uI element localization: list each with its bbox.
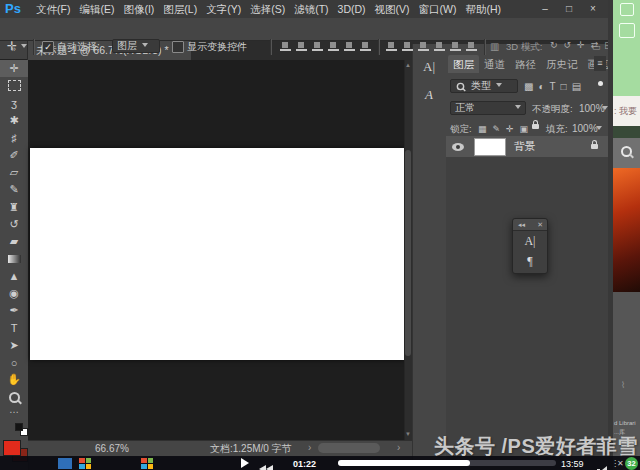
align-right-edges-icon[interactable]	[360, 41, 372, 51]
workspace-panel-icon[interactable]: ▭	[592, 41, 601, 53]
align-bottom-edges-icon[interactable]	[312, 41, 324, 51]
type-tool[interactable]: T	[0, 319, 28, 336]
blend-mode-dropdown[interactable]: 正常	[450, 101, 526, 115]
spot-healing-brush-tool[interactable]: ▱	[0, 164, 28, 181]
distribute-right-edges-icon[interactable]	[466, 41, 478, 51]
float-panel-header[interactable]: ◂◂ ✕	[513, 219, 547, 231]
vertical-scrollbar-thumb[interactable]	[405, 150, 411, 356]
filter-type-layers-icon[interactable]: T	[550, 80, 556, 94]
distribute-horizontal-centers-icon[interactable]	[450, 41, 462, 51]
filter-pixel-layers-icon[interactable]: ▩	[524, 80, 533, 94]
pen-tool[interactable]: ✒	[0, 302, 28, 319]
menu-item-type[interactable]: 文字(Y)	[202, 0, 245, 18]
float-collapse-icon[interactable]: ◂◂	[518, 219, 525, 230]
document-canvas[interactable]	[30, 148, 405, 360]
ellipse-tool[interactable]: ○	[0, 354, 28, 371]
edit-toolbar-icon[interactable]: …	[0, 404, 28, 415]
notification-badge[interactable]: 32	[625, 457, 638, 470]
panel-tab-1[interactable]: 通道	[479, 55, 510, 73]
background-layer-row[interactable]: 背景	[446, 136, 608, 157]
paragraph-panel-button[interactable]: ¶	[513, 251, 547, 271]
rectangular-marquee-tool[interactable]	[0, 77, 28, 94]
menu-item-image[interactable]: 图像(I)	[119, 0, 158, 18]
rewind-icon[interactable]	[259, 459, 273, 470]
menu-item-3d[interactable]: 3D(D)	[334, 0, 370, 18]
lasso-tool[interactable]: ʒ	[0, 95, 28, 112]
filter-adjustment-layers-icon[interactable]: ◐	[538, 80, 544, 94]
tool-preset-chevron-icon[interactable]	[21, 44, 27, 51]
layer-visibility-icon[interactable]	[452, 143, 464, 151]
history-brush-tool[interactable]: ↺	[0, 216, 28, 233]
panel-tab-0[interactable]: 图层	[448, 55, 479, 73]
eyedropper-tool[interactable]: ✐	[0, 146, 28, 163]
default-foreground-swatch[interactable]	[15, 423, 23, 431]
menu-item-layer[interactable]: 图层(L)	[159, 0, 201, 18]
close-button[interactable]: ×	[584, 2, 602, 15]
align-vertical-centers-icon[interactable]	[296, 41, 308, 51]
layers-list-empty-area[interactable]	[446, 157, 608, 465]
play-icon[interactable]	[241, 458, 249, 468]
filter-shape-layers-icon[interactable]: □	[561, 80, 567, 94]
brush-tool[interactable]: ✎	[0, 181, 28, 198]
panel-expand-icon[interactable]: ›	[397, 441, 400, 455]
windows-flag-icon[interactable]	[79, 458, 91, 469]
opacity-value[interactable]: 100%	[579, 102, 605, 116]
lock-image-pixels-icon[interactable]: ✎	[493, 122, 501, 136]
lock-position-icon[interactable]: ✛	[506, 122, 514, 136]
clone-stamp-tool[interactable]: ♜	[0, 198, 28, 215]
status-expand-icon[interactable]: ›	[308, 441, 311, 455]
menu-item-select[interactable]: 选择(S)	[246, 0, 289, 18]
auto-select-dropdown[interactable]: 图层	[112, 39, 160, 53]
layer-thumbnail[interactable]	[474, 138, 506, 156]
filter-smart-objects-icon[interactable]: ▤	[572, 80, 581, 94]
scroll-down-icon[interactable]: ▼	[404, 430, 412, 438]
zoom-level-field[interactable]: 66.67%	[95, 442, 129, 456]
blur-tool[interactable]: ▲	[0, 268, 28, 285]
character-panel-icon[interactable]: A|	[417, 56, 441, 78]
distribute-left-edges-icon[interactable]	[434, 41, 446, 51]
distribute-spacing-icon[interactable]: ▥	[490, 41, 499, 53]
menu-item-filter[interactable]: 滤镜(T)	[290, 0, 332, 18]
float-close-icon[interactable]: ✕	[537, 219, 543, 230]
align-left-edges-icon[interactable]	[328, 41, 340, 51]
filter-toggle-icon[interactable]	[598, 81, 603, 86]
scroll-up-icon[interactable]: ▲	[404, 61, 412, 69]
path-selection-tool[interactable]: ➤	[0, 337, 28, 354]
volume-icon[interactable]	[597, 460, 607, 470]
lock-artboard-icon[interactable]: ▣	[520, 122, 529, 136]
panel-tab-2[interactable]: 路径	[510, 55, 541, 73]
character-panel-button[interactable]: A|	[513, 231, 547, 251]
quick-selection-tool[interactable]: ✱	[0, 112, 28, 129]
auto-select-checkbox[interactable]	[42, 41, 54, 53]
gradient-tool[interactable]	[0, 250, 28, 267]
panel-menu-icon[interactable]: ≡	[594, 56, 606, 71]
move-tool[interactable]: ✛	[0, 60, 28, 77]
menu-item-file[interactable]: 文件(F)	[32, 0, 74, 18]
minimize-button[interactable]: –	[536, 2, 554, 15]
foreground-color-swatch[interactable]	[3, 440, 21, 456]
lock-all-icon[interactable]	[532, 124, 539, 129]
eraser-tool[interactable]: ▰	[0, 233, 28, 250]
windows-flag-icon-2[interactable]	[141, 458, 153, 469]
status-scrollbar-thumb[interactable]	[318, 443, 380, 453]
distribute-vertical-centers-icon[interactable]	[402, 41, 414, 51]
menu-item-help[interactable]: 帮助(H)	[462, 0, 506, 18]
hand-tool[interactable]: ✋	[0, 371, 28, 388]
taskbar-item[interactable]	[58, 458, 72, 469]
align-top-edges-icon[interactable]	[280, 41, 292, 51]
orbit-3d-icon[interactable]: ↻	[550, 40, 558, 50]
distribute-bottom-edges-icon[interactable]	[418, 41, 430, 51]
dodge-tool[interactable]: ◉	[0, 285, 28, 302]
menu-item-window[interactable]: 窗口(W)	[415, 0, 461, 18]
glyphs-panel-icon[interactable]: A	[417, 84, 441, 106]
distribute-top-edges-icon[interactable]	[386, 41, 398, 51]
align-horizontal-centers-icon[interactable]	[344, 41, 356, 51]
show-transform-checkbox[interactable]	[172, 41, 184, 53]
crop-tool[interactable]: ♯	[0, 129, 28, 146]
menu-item-edit[interactable]: 编辑(E)	[75, 0, 118, 18]
maximize-button[interactable]: □	[560, 2, 578, 15]
layer-name[interactable]: 背景	[514, 140, 535, 154]
fill-value[interactable]: 100%	[572, 122, 598, 136]
roll-3d-icon[interactable]: ↺	[564, 40, 572, 50]
menu-item-view[interactable]: 视图(V)	[371, 0, 414, 18]
